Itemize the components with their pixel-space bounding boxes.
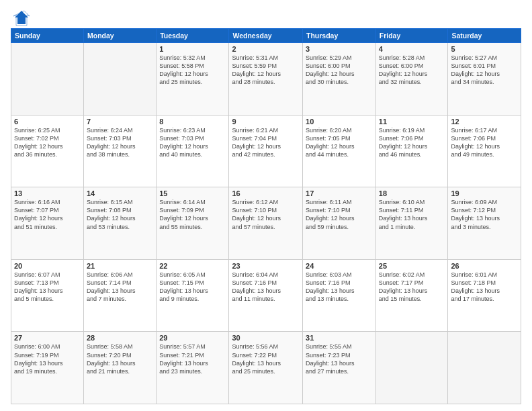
logo-icon <box>12 8 31 27</box>
day-number: 18 <box>379 189 445 197</box>
calendar-cell <box>84 43 157 116</box>
calendar-cell: 16Sunrise: 6:12 AM Sunset: 7:10 PM Dayli… <box>229 187 303 260</box>
day-number: 3 <box>306 45 373 53</box>
calendar-cell <box>448 332 521 404</box>
calendar-cell: 23Sunrise: 6:04 AM Sunset: 7:16 PM Dayli… <box>229 259 303 332</box>
day-detail: Sunrise: 5:32 AM Sunset: 5:58 PM Dayligh… <box>159 54 226 87</box>
weekday-header-monday: Monday <box>84 29 157 43</box>
calendar-cell <box>375 332 448 404</box>
day-number: 10 <box>306 118 373 126</box>
day-detail: Sunrise: 6:04 AM Sunset: 7:16 PM Dayligh… <box>232 271 300 304</box>
day-detail: Sunrise: 6:06 AM Sunset: 7:14 PM Dayligh… <box>87 271 153 304</box>
week-row-3: 13Sunrise: 6:16 AM Sunset: 7:07 PM Dayli… <box>11 187 521 260</box>
calendar-cell: 29Sunrise: 5:57 AM Sunset: 7:21 PM Dayli… <box>157 332 229 404</box>
day-number: 21 <box>87 262 153 270</box>
day-detail: Sunrise: 6:00 AM Sunset: 7:19 PM Dayligh… <box>14 342 81 375</box>
calendar-cell: 28Sunrise: 5:58 AM Sunset: 7:20 PM Dayli… <box>84 332 157 404</box>
header <box>11 8 521 23</box>
day-number: 12 <box>451 118 518 126</box>
day-number: 15 <box>159 189 226 197</box>
day-number: 31 <box>306 334 373 342</box>
day-number: 17 <box>306 189 373 197</box>
day-detail: Sunrise: 6:14 AM Sunset: 7:09 PM Dayligh… <box>159 198 226 231</box>
calendar-cell: 31Sunrise: 5:55 AM Sunset: 7:23 PM Dayli… <box>303 332 376 404</box>
weekday-header-wednesday: Wednesday <box>229 29 303 43</box>
calendar-cell: 18Sunrise: 6:10 AM Sunset: 7:11 PM Dayli… <box>375 187 448 260</box>
day-number: 16 <box>232 189 300 197</box>
weekday-header-saturday: Saturday <box>448 29 521 43</box>
week-row-1: 1Sunrise: 5:32 AM Sunset: 5:58 PM Daylig… <box>11 43 521 116</box>
week-row-5: 27Sunrise: 6:00 AM Sunset: 7:19 PM Dayli… <box>11 332 521 404</box>
calendar-cell <box>11 43 84 116</box>
day-detail: Sunrise: 6:10 AM Sunset: 7:11 PM Dayligh… <box>379 198 445 231</box>
calendar-cell: 22Sunrise: 6:05 AM Sunset: 7:15 PM Dayli… <box>157 259 229 332</box>
calendar-cell: 6Sunrise: 6:25 AM Sunset: 7:02 PM Daylig… <box>11 115 84 187</box>
calendar-cell: 11Sunrise: 6:19 AM Sunset: 7:06 PM Dayli… <box>375 115 448 187</box>
day-detail: Sunrise: 5:58 AM Sunset: 7:20 PM Dayligh… <box>87 342 153 375</box>
day-detail: Sunrise: 6:15 AM Sunset: 7:08 PM Dayligh… <box>87 198 153 231</box>
day-detail: Sunrise: 6:01 AM Sunset: 7:18 PM Dayligh… <box>451 271 518 304</box>
calendar-cell: 21Sunrise: 6:06 AM Sunset: 7:14 PM Dayli… <box>84 259 157 332</box>
day-detail: Sunrise: 6:25 AM Sunset: 7:02 PM Dayligh… <box>14 126 81 159</box>
page: SundayMondayTuesdayWednesdayThursdayFrid… <box>0 0 532 411</box>
day-number: 9 <box>232 118 300 126</box>
day-detail: Sunrise: 5:31 AM Sunset: 5:59 PM Dayligh… <box>232 54 300 87</box>
calendar-cell: 30Sunrise: 5:56 AM Sunset: 7:22 PM Dayli… <box>229 332 303 404</box>
day-number: 13 <box>14 189 81 197</box>
day-number: 24 <box>306 262 373 270</box>
weekday-header-row: SundayMondayTuesdayWednesdayThursdayFrid… <box>11 29 521 43</box>
week-row-4: 20Sunrise: 6:07 AM Sunset: 7:13 PM Dayli… <box>11 259 521 332</box>
day-number: 25 <box>379 262 445 270</box>
day-detail: Sunrise: 6:20 AM Sunset: 7:05 PM Dayligh… <box>306 126 373 159</box>
day-detail: Sunrise: 6:12 AM Sunset: 7:10 PM Dayligh… <box>232 198 300 231</box>
day-detail: Sunrise: 6:23 AM Sunset: 7:03 PM Dayligh… <box>159 126 226 159</box>
day-number: 20 <box>14 262 81 270</box>
day-number: 11 <box>379 118 445 126</box>
day-number: 2 <box>232 45 300 53</box>
day-detail: Sunrise: 5:28 AM Sunset: 6:00 PM Dayligh… <box>379 54 445 87</box>
day-number: 4 <box>379 45 445 53</box>
day-number: 30 <box>232 334 300 342</box>
week-row-2: 6Sunrise: 6:25 AM Sunset: 7:02 PM Daylig… <box>11 115 521 187</box>
calendar-cell: 8Sunrise: 6:23 AM Sunset: 7:03 PM Daylig… <box>157 115 229 187</box>
day-number: 27 <box>14 334 81 342</box>
day-detail: Sunrise: 6:11 AM Sunset: 7:10 PM Dayligh… <box>306 198 373 231</box>
calendar-cell: 2Sunrise: 5:31 AM Sunset: 5:59 PM Daylig… <box>229 43 303 116</box>
logo <box>11 8 31 23</box>
day-number: 29 <box>159 334 226 342</box>
calendar-cell: 27Sunrise: 6:00 AM Sunset: 7:19 PM Dayli… <box>11 332 84 404</box>
calendar-cell: 3Sunrise: 5:29 AM Sunset: 6:00 PM Daylig… <box>303 43 376 116</box>
day-detail: Sunrise: 5:29 AM Sunset: 6:00 PM Dayligh… <box>306 54 373 87</box>
calendar-cell: 20Sunrise: 6:07 AM Sunset: 7:13 PM Dayli… <box>11 259 84 332</box>
weekday-header-thursday: Thursday <box>303 29 376 43</box>
calendar-cell: 10Sunrise: 6:20 AM Sunset: 7:05 PM Dayli… <box>303 115 376 187</box>
day-number: 23 <box>232 262 300 270</box>
day-number: 8 <box>159 118 226 126</box>
day-detail: Sunrise: 5:55 AM Sunset: 7:23 PM Dayligh… <box>306 342 373 375</box>
calendar-cell: 15Sunrise: 6:14 AM Sunset: 7:09 PM Dayli… <box>157 187 229 260</box>
calendar-cell: 13Sunrise: 6:16 AM Sunset: 7:07 PM Dayli… <box>11 187 84 260</box>
day-detail: Sunrise: 5:56 AM Sunset: 7:22 PM Dayligh… <box>232 342 300 375</box>
weekday-header-sunday: Sunday <box>11 29 84 43</box>
weekday-header-friday: Friday <box>375 29 448 43</box>
day-detail: Sunrise: 6:09 AM Sunset: 7:12 PM Dayligh… <box>451 198 518 231</box>
calendar-cell: 26Sunrise: 6:01 AM Sunset: 7:18 PM Dayli… <box>448 259 521 332</box>
calendar-table: SundayMondayTuesdayWednesdayThursdayFrid… <box>11 28 521 404</box>
calendar-cell: 25Sunrise: 6:02 AM Sunset: 7:17 PM Dayli… <box>375 259 448 332</box>
day-detail: Sunrise: 6:07 AM Sunset: 7:13 PM Dayligh… <box>14 271 81 304</box>
day-detail: Sunrise: 6:17 AM Sunset: 7:06 PM Dayligh… <box>451 126 518 159</box>
day-detail: Sunrise: 6:21 AM Sunset: 7:04 PM Dayligh… <box>232 126 300 159</box>
calendar-cell: 14Sunrise: 6:15 AM Sunset: 7:08 PM Dayli… <box>84 187 157 260</box>
day-number: 28 <box>87 334 153 342</box>
day-number: 1 <box>159 45 226 53</box>
day-detail: Sunrise: 5:27 AM Sunset: 6:01 PM Dayligh… <box>451 54 518 87</box>
day-number: 5 <box>451 45 518 53</box>
day-number: 14 <box>87 189 153 197</box>
calendar-cell: 9Sunrise: 6:21 AM Sunset: 7:04 PM Daylig… <box>229 115 303 187</box>
day-number: 19 <box>451 189 518 197</box>
calendar-cell: 1Sunrise: 5:32 AM Sunset: 5:58 PM Daylig… <box>157 43 229 116</box>
calendar-cell: 5Sunrise: 5:27 AM Sunset: 6:01 PM Daylig… <box>448 43 521 116</box>
calendar-cell: 19Sunrise: 6:09 AM Sunset: 7:12 PM Dayli… <box>448 187 521 260</box>
calendar-cell: 7Sunrise: 6:24 AM Sunset: 7:03 PM Daylig… <box>84 115 157 187</box>
day-detail: Sunrise: 5:57 AM Sunset: 7:21 PM Dayligh… <box>159 342 226 375</box>
